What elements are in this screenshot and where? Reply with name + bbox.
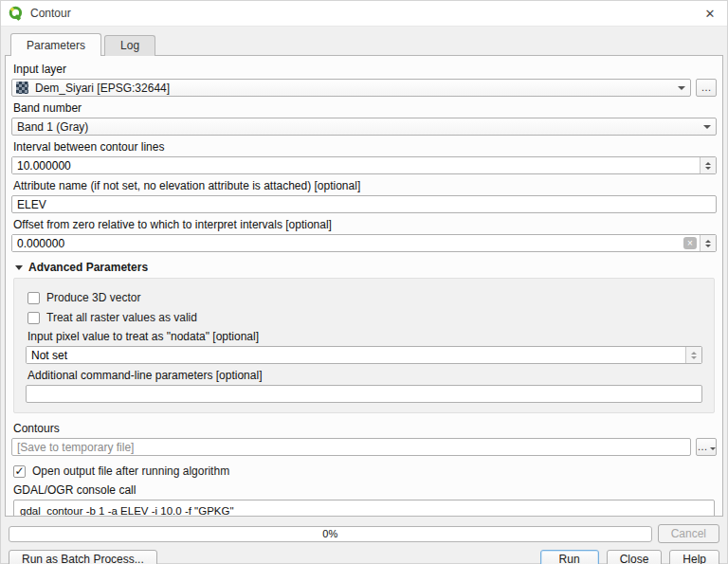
- input-layer-value: Dem_Siyari [EPSG:32644]: [30, 82, 174, 95]
- tab-bar: Parameters Log: [5, 33, 723, 56]
- console-call-label: GDAL/OGR console call: [13, 484, 715, 497]
- tab-log[interactable]: Log: [104, 35, 155, 56]
- band-number-label: Band number: [13, 102, 715, 115]
- console-call-text[interactable]: gdal_contour -b 1 -a ELEV -i 10.0 -f "GP…: [13, 500, 715, 517]
- offset-label: Offset from zero relative to which to in…: [13, 219, 715, 231]
- contour-dialog: Contour ✕ Parameters Log Input layer Dem…: [0, 0, 728, 564]
- advanced-parameters-title: Advanced Parameters: [28, 261, 148, 274]
- chevron-down-icon: [673, 80, 690, 96]
- nodata-spinbox[interactable]: [26, 346, 702, 364]
- tab-parameters[interactable]: Parameters: [10, 33, 101, 56]
- chevron-down-icon: [699, 118, 716, 135]
- advanced-parameters-group: Produce 3D vector Treat all raster value…: [13, 278, 715, 413]
- open-output-label: Open output file after running algorithm: [32, 464, 229, 478]
- produce-3d-label: Produce 3D vector: [46, 291, 140, 304]
- produce-3d-row[interactable]: Produce 3D vector: [27, 291, 701, 304]
- parameters-pane: Input layer Dem_Siyari [EPSG:32644] … Ba…: [5, 55, 723, 517]
- input-layer-combo[interactable]: Dem_Siyari [EPSG:32644]: [11, 79, 691, 97]
- contours-output-browse-button[interactable]: …: [696, 438, 717, 456]
- open-output-row[interactable]: ✓ Open output file after running algorit…: [13, 464, 715, 478]
- run-as-batch-button[interactable]: Run as Batch Process...: [9, 550, 157, 564]
- nodata-input[interactable]: [27, 347, 685, 363]
- extra-params-label: Additional command-line parameters [opti…: [27, 370, 701, 382]
- clear-value-icon[interactable]: ×: [683, 237, 697, 249]
- treat-all-valid-label: Treat all raster values as valid: [46, 311, 197, 324]
- run-button[interactable]: Run: [540, 550, 599, 564]
- interval-label: Interval between contour lines: [13, 141, 715, 154]
- dialog-footer: 0% Cancel Run as Batch Process... Run Cl…: [5, 517, 723, 564]
- collapse-arrow-icon: [15, 265, 23, 270]
- offset-spinbox[interactable]: ×: [11, 234, 717, 252]
- raster-layer-icon: [16, 82, 28, 94]
- attribute-name-label: Attribute name (if not set, no elevation…: [13, 180, 715, 192]
- help-button[interactable]: Help: [669, 550, 719, 564]
- advanced-parameters-header[interactable]: Advanced Parameters: [15, 261, 715, 274]
- contours-output-label: Contours: [13, 423, 715, 435]
- produce-3d-checkbox[interactable]: [27, 292, 40, 304]
- input-layer-label: Input layer: [13, 64, 715, 76]
- progress-bar: 0%: [9, 526, 652, 542]
- attribute-name-input[interactable]: [11, 195, 717, 213]
- treat-all-valid-row[interactable]: Treat all raster values as valid: [27, 311, 701, 324]
- spinner-arrows-icon[interactable]: [685, 347, 701, 363]
- close-button[interactable]: Close: [607, 550, 663, 564]
- offset-input[interactable]: [12, 235, 683, 251]
- interval-input[interactable]: [12, 157, 700, 173]
- close-window-icon[interactable]: ✕: [701, 7, 719, 21]
- treat-all-valid-checkbox[interactable]: [27, 312, 40, 324]
- spinner-arrows-icon[interactable]: [700, 235, 716, 251]
- interval-spinbox[interactable]: [11, 156, 717, 174]
- dialog-body: Parameters Log Input layer Dem_Siyari [E…: [1, 27, 727, 564]
- input-layer-browse-button[interactable]: …: [696, 79, 717, 97]
- qgis-logo-icon: [9, 6, 24, 21]
- contours-output-input[interactable]: [11, 438, 691, 456]
- titlebar: Contour ✕: [1, 1, 727, 27]
- cancel-button: Cancel: [658, 524, 719, 543]
- window-title: Contour: [30, 7, 71, 20]
- extra-params-input[interactable]: [26, 385, 702, 403]
- open-output-checkbox[interactable]: ✓: [13, 465, 26, 478]
- nodata-label: Input pixel value to treat as "nodata" […: [27, 331, 701, 343]
- spinner-arrows-icon[interactable]: [700, 157, 716, 173]
- ellipsis-icon: …: [698, 442, 708, 452]
- progress-value: 0%: [322, 528, 337, 539]
- band-number-value: Band 1 (Gray): [12, 120, 93, 134]
- band-number-combo[interactable]: Band 1 (Gray): [11, 118, 717, 136]
- chevron-down-icon: [710, 447, 716, 450]
